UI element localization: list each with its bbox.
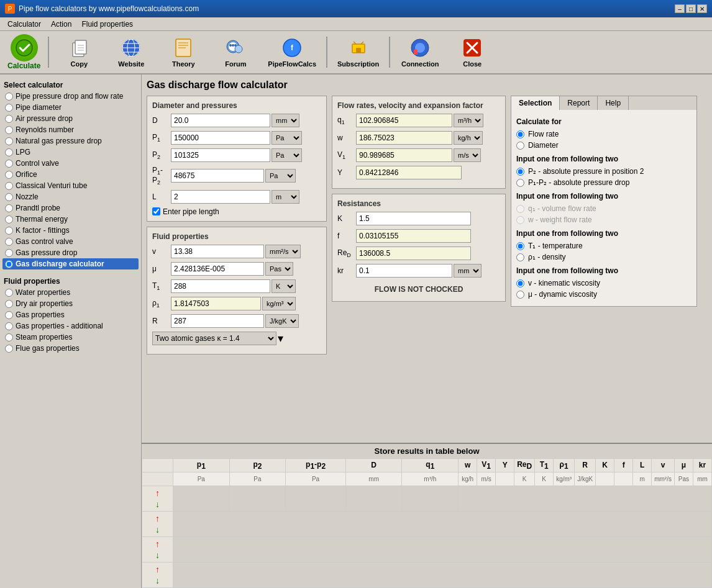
K-input[interactable]: [356, 212, 471, 225]
subscription-label: Subscription: [337, 60, 379, 68]
gas-type-row: Two atomic gases κ = 1.4 Single atomic g…: [152, 332, 321, 345]
sidebar-item-reynolds[interactable]: Reynolds number: [2, 124, 139, 135]
forum-button[interactable]: Forum: [211, 34, 260, 71]
D-input[interactable]: [171, 114, 270, 127]
sidebar-item-orifice[interactable]: Orifice: [2, 169, 139, 180]
sel-rho1-density[interactable]: ρ₁ - density: [516, 253, 691, 261]
close-button[interactable]: Close: [447, 34, 497, 71]
subscription-button[interactable]: Subscription: [332, 34, 384, 71]
tab-report[interactable]: Report: [560, 96, 598, 110]
kr-unit[interactable]: mmμmin: [454, 264, 482, 278]
sidebar-item-kfactor[interactable]: K factor - fittings: [2, 225, 139, 236]
sidebar-item-gas-discharge[interactable]: Gas discharge calculator: [2, 258, 139, 269]
R-input[interactable]: [171, 314, 264, 328]
sidebar-item-control-valve[interactable]: Control valve: [2, 158, 139, 169]
row1-p2[interactable]: [232, 494, 283, 503]
sidebar-item-nozzle[interactable]: Nozzle: [2, 191, 139, 202]
kr-input[interactable]: [356, 264, 452, 278]
sidebar-item-natural-gas[interactable]: Natural gas pressure drop: [2, 135, 139, 147]
P1-unit[interactable]: PakPaMPabar: [272, 131, 302, 145]
sel-rho1-density-label: ρ₁ - density: [528, 253, 566, 261]
menu-fluid-properties[interactable]: Fluid properties: [76, 19, 138, 30]
menu-action[interactable]: Action: [46, 19, 76, 30]
w-unit[interactable]: kg/hkg/s: [454, 131, 483, 145]
V1-input[interactable]: [356, 148, 452, 162]
sidebar-item-gas-props[interactable]: Gas properties: [2, 309, 139, 320]
sidebar-item-steam[interactable]: Steam properties: [2, 332, 139, 343]
rho1-unit[interactable]: kg/m³g/L: [262, 297, 296, 310]
sidebar-item-pipe-diameter[interactable]: Pipe diameter: [2, 102, 139, 113]
row1-p1p2[interactable]: [288, 494, 343, 503]
close-window-button[interactable]: ✕: [697, 4, 707, 13]
L-input[interactable]: [171, 190, 270, 204]
P1-input[interactable]: [171, 131, 270, 145]
sel-mu-dynamic[interactable]: μ - dynamic viscosity: [516, 290, 691, 299]
subscription-icon: [347, 37, 370, 59]
sel-flow-rate[interactable]: Flow rate: [516, 130, 691, 138]
theory-button[interactable]: Theory: [158, 34, 208, 71]
sidebar-item-water[interactable]: Water properties: [2, 287, 139, 298]
sidebar-item-air-pressure[interactable]: Air pressure drop: [2, 113, 139, 124]
connection-button[interactable]: Connection: [395, 34, 445, 71]
mu-input[interactable]: [171, 262, 264, 276]
pipeflowcalcs-icon: f: [281, 37, 303, 59]
sidebar-item-gas-props-add[interactable]: Gas properties - additional: [2, 320, 139, 332]
pipeflowcalcs-button[interactable]: f PipeFlowCalcs: [263, 34, 321, 71]
rho1-input[interactable]: [171, 297, 261, 310]
row1-q1[interactable]: [404, 494, 455, 503]
sidebar-item-pipe-pressure[interactable]: Pipe pressure drop and flow rate: [2, 91, 139, 102]
sel-T1-temp[interactable]: T₁ - temperature: [516, 242, 691, 250]
copy-button[interactable]: Copy: [54, 34, 104, 71]
D-unit[interactable]: mmcmmin: [272, 114, 299, 127]
row1-p1[interactable]: [176, 494, 227, 503]
q1-unit[interactable]: m³/hL/sm³/s: [454, 114, 483, 127]
sel-p2-abs[interactable]: P₂ - absolute pressure in position 2: [516, 167, 691, 176]
row4-up-btn[interactable]: ↑: [152, 564, 164, 575]
row4-down-btn[interactable]: ↓: [152, 575, 164, 586]
sidebar-item-lpg[interactable]: LPG: [2, 147, 139, 158]
sidebar-item-thermal[interactable]: Thermal energy: [2, 214, 139, 225]
v-unit[interactable]: mm²/sm²/s: [265, 245, 301, 258]
tab-selection[interactable]: Selection: [511, 96, 560, 110]
mu-unit[interactable]: PascP: [265, 262, 293, 276]
tab-help[interactable]: Help: [598, 96, 629, 110]
gas-type-select[interactable]: Two atomic gases κ = 1.4 Single atomic g…: [152, 332, 276, 345]
menu-calculator[interactable]: Calculator: [2, 19, 46, 30]
L-unit[interactable]: mcmmmft: [272, 190, 299, 204]
P2-input[interactable]: [171, 148, 270, 162]
row2-up-btn[interactable]: ↑: [152, 513, 164, 524]
sidebar-item-prandtl[interactable]: Prandtl probe: [2, 202, 139, 214]
q1-input[interactable]: [356, 114, 452, 127]
minimize-button[interactable]: –: [675, 4, 685, 13]
row3-up-btn[interactable]: ↑: [152, 538, 164, 550]
sidebar-item-flue-gas[interactable]: Flue gas properties: [2, 343, 139, 354]
sel-T1-temp-label: T₁ - temperature: [528, 242, 583, 250]
sidebar-item-gas-pressure[interactable]: Gas pressure drop: [2, 247, 139, 258]
toolbar-separator-2: [326, 37, 327, 68]
website-button[interactable]: Website: [106, 34, 156, 71]
R-unit[interactable]: J/kgK: [265, 314, 299, 328]
P2-unit[interactable]: PakPaMPabar: [272, 148, 302, 162]
gas-type-dropdown[interactable]: ▾: [278, 332, 283, 345]
row2-down-btn[interactable]: ↓: [152, 524, 164, 535]
sidebar-item-venturi[interactable]: Classical Venturi tube: [2, 180, 139, 191]
P1P2-input[interactable]: [171, 169, 264, 183]
w-input[interactable]: [356, 131, 452, 145]
sidebar-item-gas-control[interactable]: Gas control valve: [2, 236, 139, 247]
row1-up-btn[interactable]: ↑: [152, 487, 164, 499]
maximize-button[interactable]: □: [686, 4, 696, 13]
V1-unit[interactable]: m/sft/s: [454, 148, 481, 162]
sel-v-kinematic[interactable]: v - kinematic viscosity: [516, 279, 691, 287]
T1-unit[interactable]: K°C°F: [272, 279, 296, 293]
sel-diameter[interactable]: Diameter: [516, 141, 691, 150]
row3-down-btn[interactable]: ↓: [152, 550, 164, 561]
enter-pipe-length-check[interactable]: [152, 207, 160, 215]
P1P2-unit[interactable]: PakPaMPabar: [265, 169, 296, 183]
row1-D[interactable]: [349, 494, 399, 503]
calculate-button[interactable]: Calculate: [5, 32, 43, 73]
sidebar-item-dry-air[interactable]: Dry air properties: [2, 298, 139, 309]
T1-input[interactable]: [171, 279, 270, 293]
row1-down-btn[interactable]: ↓: [152, 499, 164, 510]
sel-p1p2-drop[interactable]: P₁-P₂ - absolute pressure drop: [516, 178, 691, 187]
v-input[interactable]: [171, 245, 264, 258]
